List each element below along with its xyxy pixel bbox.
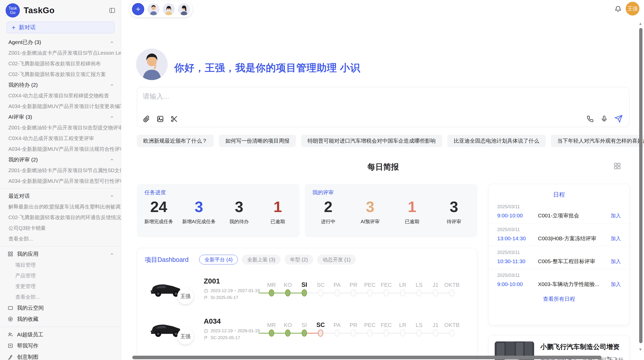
chevron-up-icon[interactable]	[110, 83, 114, 87]
suggestion-chip[interactable]: 当下年轻人对汽车外观有怎样的喜好趋势	[551, 135, 644, 147]
scroll-up-arrow-icon[interactable]: ▲	[638, 21, 642, 26]
new-chat-label: 新对话	[19, 24, 36, 31]
project-dates: 2023-12-19 ~ 2026-01-19	[204, 328, 262, 334]
sidebar-item[interactable]: Z001-全新燃油轻卡产品开发项目SI节点属性5D文件评审	[0, 165, 121, 176]
milestone-oktb: OKTB	[444, 280, 460, 297]
suggestion-chip[interactable]: 如何写一份清晰的项目周报	[219, 135, 296, 147]
chevron-up-icon[interactable]	[110, 40, 114, 44]
stat-value: 24	[143, 199, 174, 215]
microphone-icon[interactable]	[601, 115, 608, 123]
sidebar-item[interactable]: C02-飞腾新能源轻客改款项目里程碑画布	[0, 58, 121, 69]
task-progress-stats: 24 新增完成任务 3 新增AI完成任务 3 我的待办 1 已逾期	[139, 199, 297, 225]
chat-input[interactable]	[143, 91, 524, 102]
sidebar-item[interactable]: C0X4-动力总成开发项目SI里程碑提交物检查	[0, 90, 121, 101]
stat-label: 进行中	[313, 218, 343, 225]
cloud-folder-icon	[8, 305, 13, 311]
sidebar-item[interactable]: C02-飞腾新能源轻客改款项目立项汇报方案	[0, 69, 121, 80]
avatar-agent-2[interactable]	[163, 3, 175, 15]
event-join-link[interactable]: 加入	[611, 235, 621, 242]
app-logo: Task Go	[6, 3, 20, 18]
ai-super-staff[interactable]: AI超级员工	[0, 329, 121, 340]
help-me-write-label: 帮我写作	[17, 342, 38, 349]
recent-chat-item[interactable]: 查看全部...	[0, 233, 121, 244]
project-owner-badge: 王强	[177, 288, 194, 304]
attach-icon[interactable]	[143, 115, 150, 123]
dashboard-tab[interactable]: 全新平台 (4)	[199, 255, 238, 264]
section-header-my-todo[interactable]: 我的待办 (2)	[0, 80, 121, 90]
chevron-up-icon[interactable]	[110, 194, 114, 198]
my-favorites[interactable]: 我的收藏	[0, 313, 121, 325]
section-header-my-review[interactable]: 我的评审 (2)	[0, 154, 121, 165]
chevron-up-icon[interactable]	[110, 115, 114, 119]
my-cloud-space[interactable]: 我的云空间	[0, 302, 121, 313]
milestone-dot	[269, 289, 274, 296]
stat-label: 新增完成任务	[143, 218, 174, 225]
sidebar-item[interactable]: C0X4-动力总成开发项目工程变更评审	[0, 133, 121, 144]
user-avatar[interactable]: 王强	[626, 2, 639, 16]
logo-text-top: Task	[9, 6, 17, 10]
event-join-link[interactable]: 加入	[611, 258, 621, 265]
phone-icon[interactable]	[587, 115, 594, 123]
chevron-up-icon[interactable]	[110, 158, 114, 162]
chevron-up-icon[interactable]	[110, 252, 114, 256]
section-header-recent-chats[interactable]: 最近对话	[0, 191, 121, 201]
recent-chat-item[interactable]: 公司Q3轻卡销量	[0, 223, 121, 233]
horizontal-scrollbar[interactable]	[132, 356, 602, 359]
suggestion-chip[interactable]: 比亚迪全固态电池计划具体说了什么	[447, 135, 546, 147]
project-row-a034[interactable]: 王强 A034 2023-12-19 ~ 2026-01-19 SC-2025-…	[137, 308, 477, 348]
scroll-right-arrow-icon[interactable]: ▶	[607, 355, 611, 360]
sidebar-item[interactable]: A034-全新新能源MUV产品开发项目造型可行性评审	[0, 176, 121, 186]
pen-nib-icon	[8, 354, 13, 360]
sidebar-item[interactable]: Z001-全新燃油轻卡产品开发项目SI造型提交物评审	[0, 122, 121, 133]
vertical-scrollbar[interactable]	[639, 28, 642, 343]
scissors-icon[interactable]	[170, 115, 178, 123]
avatar-agent-3[interactable]	[178, 3, 190, 15]
suggestion-chip[interactable]: 欧洲新规最近颁布了什么？	[137, 135, 214, 147]
milestone-pr: PR	[345, 280, 362, 297]
section-header-ai-review[interactable]: AI评审 (3)	[0, 112, 121, 122]
app-item[interactable]: 查看全部...	[0, 292, 121, 302]
dashboard-tab[interactable]: 全新上装 (3)	[242, 255, 281, 264]
milestone-mr: MR	[263, 320, 280, 338]
new-chat-button[interactable]: 新对话	[7, 22, 114, 33]
add-session-button[interactable]	[132, 3, 144, 15]
my-apps-header[interactable]: 我的应用	[0, 248, 121, 260]
dashboard-tab[interactable]: 年型 (2)	[285, 255, 313, 264]
project-row-z001[interactable]: 王强 Z001 2023-12-19 ~ 2027-01-19 SI-2025-…	[137, 268, 477, 308]
sidebar-item[interactable]: A034-全新新能源MUV产品开发项目计划变更表编写	[0, 101, 121, 112]
stat-label: AI预评审	[355, 218, 385, 225]
divider	[0, 246, 121, 246]
star-badge-icon	[8, 316, 13, 322]
app-item[interactable]: 变更管理	[0, 281, 121, 292]
sidebar-item[interactable]: Z001-全新燃油皮卡产品开发项目SI节点Lesson Learn报告	[0, 48, 121, 58]
schedule-event: 2025/03/11 13:00-14:30 C003|H0B-方案冻结评审 加…	[489, 223, 630, 246]
input-toolbar-left	[143, 115, 178, 123]
milestone-si: SI	[296, 280, 313, 297]
ai-review-list: Z001-全新燃油轻卡产品开发项目SI造型提交物评审C0X4-动力总成开发项目工…	[0, 122, 121, 154]
daily-briefing-title: 每日简报	[137, 162, 630, 172]
scroll-down-arrow-icon[interactable]: ▼	[638, 347, 642, 352]
image-icon[interactable]	[156, 115, 164, 123]
sidebar-collapse-icon[interactable]	[109, 7, 115, 14]
suggestion-chip[interactable]: 特朗普可能对进口汽车增税会对中国车企造成哪些影响	[301, 135, 442, 147]
help-me-write[interactable]: 帮我写作	[0, 340, 121, 351]
briefing-layout-icon[interactable]	[613, 162, 621, 170]
avatar-agent-1[interactable]	[148, 3, 159, 15]
event-join-link[interactable]: 加入	[611, 212, 621, 219]
user-avatar-name: 王强	[627, 5, 638, 12]
milestone-dot	[269, 329, 274, 337]
creative-drawing[interactable]: 创意制图	[0, 351, 121, 360]
send-icon[interactable]	[614, 115, 623, 123]
app-item[interactable]: 产品管理	[0, 270, 121, 281]
app-item[interactable]: 项目管理	[0, 260, 121, 270]
event-join-link[interactable]: 加入	[611, 281, 621, 288]
dashboard-tab[interactable]: 动总开发 (1)	[317, 255, 356, 264]
recent-chat-item[interactable]: 解释最新出台的欧盟报废车法规再生塑料比例被调至15%...	[0, 201, 121, 212]
view-all-schedule-link[interactable]: 查看所有日程	[489, 292, 630, 303]
recent-chat-item[interactable]: C02-飞腾新能源轻客改款项目的闭环通告反馈情况	[0, 212, 121, 223]
section-header-agent-done[interactable]: Agent已办 (3)	[0, 37, 121, 48]
sidebar-item[interactable]: A034-全新新能源MUV产品开发项目法规符合性评审	[0, 144, 121, 154]
notification-bell-icon[interactable]	[614, 5, 622, 13]
my-review-card: 我的评审 2 进行中 3 AI预评审 1 已逾期 3 待评审	[305, 184, 477, 237]
suggestion-chips: 欧洲新规最近颁布了什么？如何写一份清晰的项目周报特朗普可能对进口汽车增税会对中国…	[137, 135, 630, 147]
